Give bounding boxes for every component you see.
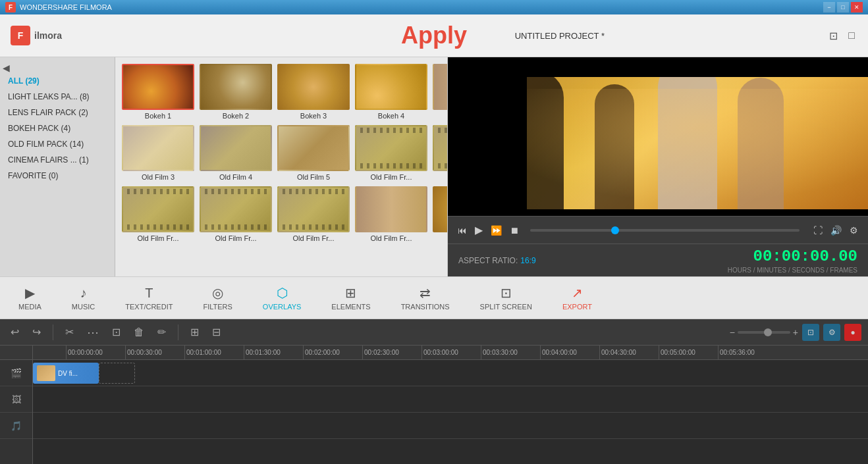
- overlay-item-oldfilmfr4[interactable]: Old Film Fr...: [198, 185, 273, 244]
- overlay-item-oldfilmfr2[interactable]: Old Film Fr...: [431, 124, 447, 182]
- overlay-item-oldfilm5[interactable]: Old Film 5: [276, 124, 351, 182]
- category-item-bokeh[interactable]: BOKEH PACK (4): [0, 120, 115, 136]
- minimize-button[interactable]: −: [823, 2, 835, 13]
- close-button[interactable]: ✕: [851, 2, 863, 13]
- volume-button[interactable]: 🔊: [828, 223, 844, 238]
- ruler-spacer: [0, 346, 32, 360]
- aspect-ratio-label: ASPECT RATIO:: [458, 256, 518, 265]
- overlay-label-bokeh1: Bokeh 1: [145, 112, 171, 120]
- tool-label-overlays: OVERLAYS: [263, 303, 302, 311]
- fast-forward-button[interactable]: ⏩: [489, 223, 504, 238]
- tool-item-media[interactable]: ▶MEDIA: [13, 282, 47, 313]
- tool-label-text: TEXT/CREDIT: [125, 303, 173, 311]
- video-track-icon: 🎬: [11, 368, 22, 378]
- timeline: ↩ ↪ ✂ ⋯ ⊡ 🗑 ✏ ⊞ ⊟ − + ⊡ ⚙ ●: [0, 319, 868, 464]
- timeline-settings-button[interactable]: ⚙: [823, 324, 840, 341]
- overlay-item-oldfilmfr5[interactable]: Old Film Fr...: [276, 185, 351, 244]
- overlay-item-bokeh2[interactable]: Bokeh 2: [198, 63, 273, 121]
- ruler-mark: 00:03:30:00: [481, 346, 540, 360]
- settings-button[interactable]: ⚙: [848, 223, 860, 238]
- overlay-thumb-oldfilmfr6: [355, 186, 427, 232]
- maximize-button[interactable]: □: [837, 2, 849, 13]
- overlay-label-oldfilm5: Old Film 5: [297, 173, 330, 181]
- tool-item-export[interactable]: ↗EXPORT: [557, 282, 597, 313]
- overlay-label-oldfilm3: Old Film 3: [142, 173, 175, 181]
- category-back-arrow[interactable]: ◀: [3, 63, 10, 73]
- cut-button[interactable]: ✂: [61, 323, 78, 341]
- app-icon: F: [5, 2, 16, 13]
- apply-button[interactable]: Apply: [401, 22, 467, 49]
- zoom-out-button[interactable]: −: [730, 327, 735, 338]
- overlay-grid: Bokeh 1Bokeh 2Bokeh 3Bokeh 4Old Film 2Ol…: [115, 57, 447, 276]
- tool-icon-elements: ⊞: [345, 285, 356, 301]
- app-title: WONDERSHARE FILMORA: [20, 3, 112, 11]
- aspect-ratio-value: 16:9: [520, 256, 535, 265]
- ruler-mark: 00:04:00:00: [540, 346, 599, 360]
- snap-button-2[interactable]: ⊟: [208, 323, 225, 341]
- stop-button[interactable]: ⏹: [508, 223, 521, 238]
- overlay-thumb-oldfilmfr3: [122, 186, 194, 232]
- category-item-all[interactable]: ALL (29): [0, 73, 115, 89]
- tool-item-overlays[interactable]: ⬡OVERLAYS: [258, 282, 307, 313]
- tool-item-splitscreen[interactable]: ⊡SPLIT SCREEN: [475, 282, 537, 313]
- crop-button[interactable]: ⊡: [108, 323, 124, 341]
- tool-item-text[interactable]: TTEXT/CREDIT: [120, 283, 178, 313]
- tool-item-music[interactable]: ♪MUSIC: [67, 283, 100, 313]
- fullscreen-button[interactable]: ⛶: [811, 223, 825, 238]
- timecode-units: HOURS / MINUTES / SECONDS / FRAMES: [728, 267, 857, 274]
- overlay-thumb-oldfilm2: [433, 64, 447, 110]
- overlay-label-bokeh4: Bokeh 4: [378, 112, 404, 120]
- zoom-slider: − +: [730, 327, 798, 338]
- content-area: ◀ ALL (29)LIGHT LEAKS PA... (8)LENS FLAI…: [0, 57, 868, 276]
- overlay-label-oldfilmfr1: Old Film Fr...: [371, 173, 412, 181]
- overlay-item-oldfilmfr1[interactable]: Old Film Fr...: [354, 124, 429, 182]
- zoom-in-button[interactable]: +: [793, 327, 798, 338]
- ruler-mark: 00:01:30:00: [244, 346, 303, 360]
- tool-item-transitions[interactable]: ⇄TRANSITIONS: [396, 282, 455, 313]
- overlay-label-oldfilmfr4: Old Film Fr...: [215, 234, 257, 242]
- layout-btn-1[interactable]: ⊡: [827, 27, 840, 45]
- pen-button[interactable]: ✏: [153, 323, 170, 341]
- overlay-item-bokeh1[interactable]: Bokeh 1: [121, 63, 196, 121]
- layout-btn-2[interactable]: □: [846, 27, 857, 45]
- category-item-lens-flair[interactable]: LENS FLAIR PACK (2): [0, 105, 115, 120]
- zoom-thumb[interactable]: [764, 328, 772, 336]
- overlay-item-oldfilm3[interactable]: Old Film 3: [121, 124, 196, 182]
- record-button[interactable]: ●: [844, 324, 861, 341]
- overlay-thumb-oldfilm4: [200, 125, 272, 171]
- tool-label-elements: ELEMENTS: [331, 303, 370, 311]
- playback-slider[interactable]: [530, 229, 800, 232]
- overlay-item-oldfilmfr6[interactable]: Old Film Fr...: [354, 185, 429, 244]
- overlay-item-oldfilm4[interactable]: Old Film 4: [198, 124, 273, 182]
- undo-button[interactable]: ↩: [7, 323, 23, 341]
- preview-controls: ⏮ ▶ ⏩ ⏹ ⛶ 🔊 ⚙: [448, 216, 868, 244]
- window-controls: − □ ✕: [823, 2, 863, 13]
- tool-label-media: MEDIA: [18, 303, 41, 311]
- tracks-container: 00:00:00:0000:00:30:0000:01:00:0000:01:3…: [33, 346, 868, 464]
- video-clip[interactable]: DV fi...: [33, 363, 99, 384]
- category-item-light-leaks[interactable]: LIGHT LEAKS PA... (8): [0, 89, 115, 105]
- ripple-button[interactable]: ⋯: [83, 322, 103, 342]
- overlay-item-oldfilmfr7[interactable]: Old Film Fr...: [431, 185, 447, 244]
- overlay-item-oldfilmfr3[interactable]: Old Film Fr...: [121, 185, 196, 244]
- playback-thumb[interactable]: [611, 226, 619, 234]
- overlay-thumb-oldfilm3: [122, 125, 194, 171]
- play-button[interactable]: ▶: [473, 222, 485, 238]
- delete-button[interactable]: 🗑: [130, 324, 148, 341]
- overlay-item-bokeh4[interactable]: Bokeh 4: [354, 63, 429, 121]
- category-item-old-film[interactable]: OLD FILM PACK (14): [0, 136, 115, 152]
- category-item-favorite[interactable]: FAVORITE (0): [0, 168, 115, 184]
- overlay-item-bokeh3[interactable]: Bokeh 3: [276, 63, 351, 121]
- prev-frame-button[interactable]: ⏮: [456, 223, 469, 238]
- overlay-label-oldfilmfr6: Old Film Fr...: [371, 234, 412, 242]
- snap-button-1[interactable]: ⊞: [186, 323, 203, 341]
- redo-button[interactable]: ↪: [28, 323, 45, 341]
- tool-item-filters[interactable]: ◎FILTERS: [198, 282, 237, 313]
- ruler-mark: 00:02:30:00: [362, 346, 421, 360]
- category-item-cinema[interactable]: CINEMA FLAIRS ... (1): [0, 152, 115, 168]
- overlay-label-oldfilm4: Old Film 4: [219, 173, 252, 181]
- overlay-item-oldfilm2[interactable]: Old Film 2: [431, 63, 447, 121]
- zoom-track[interactable]: [738, 331, 790, 334]
- fit-to-window-button[interactable]: ⊡: [802, 324, 819, 341]
- tool-item-elements[interactable]: ⊞ELEMENTS: [326, 282, 375, 313]
